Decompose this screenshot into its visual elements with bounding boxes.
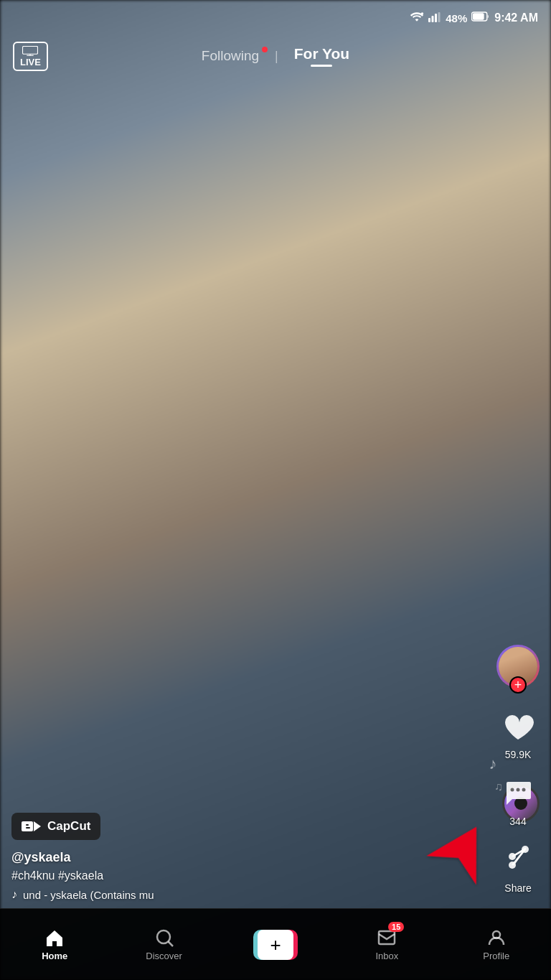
- profile-label: Profile: [483, 951, 509, 961]
- svg-marker-20: [34, 821, 41, 831]
- inbox-badge-count: 15: [388, 922, 404, 932]
- video-info-panel: CapCut @yskaela #ch4knu #yskaela ♪ und -…: [11, 813, 486, 901]
- svg-line-24: [168, 942, 173, 947]
- create-button[interactable]: +: [253, 930, 298, 960]
- svg-point-23: [157, 930, 170, 943]
- comment-button[interactable]: 344: [499, 775, 537, 827]
- nav-inbox[interactable]: 15 Inbox: [358, 923, 415, 966]
- creator-avatar[interactable]: +: [496, 645, 540, 688]
- share-icon: [499, 841, 537, 879]
- top-navigation: LIVE Following | For You: [0, 36, 551, 76]
- capcut-logo-icon: [22, 818, 42, 834]
- svg-rect-1: [428, 18, 430, 22]
- nav-tabs: Following | For You: [202, 45, 349, 67]
- svg-point-11: [517, 788, 520, 792]
- heart-icon: [499, 708, 537, 745]
- svg-rect-7: [23, 46, 38, 54]
- wifi-icon: [410, 11, 424, 24]
- following-notification-dot: [262, 47, 268, 52]
- inbox-icon-container: 15: [377, 928, 397, 948]
- svg-rect-22: [26, 827, 30, 829]
- battery-percent: 48%: [446, 12, 467, 24]
- comment-count: 344: [509, 816, 526, 827]
- svg-point-10: [511, 788, 514, 792]
- creator-username[interactable]: @yskaela: [11, 850, 486, 865]
- share-label: Share: [504, 882, 531, 894]
- signal-icon: [428, 12, 441, 24]
- inbox-label: Inbox: [375, 951, 398, 961]
- svg-rect-25: [379, 931, 395, 944]
- plus-icon: +: [270, 935, 281, 954]
- svg-rect-21: [26, 824, 29, 826]
- follow-plus-button[interactable]: +: [509, 676, 527, 694]
- nav-create[interactable]: +: [245, 925, 306, 964]
- home-label: Home: [42, 951, 67, 961]
- capcut-label: CapCut: [47, 819, 90, 834]
- live-button[interactable]: LIVE: [13, 42, 48, 71]
- svg-rect-4: [438, 12, 441, 22]
- music-note-1: ♪: [489, 755, 497, 773]
- discover-icon: [154, 928, 174, 948]
- svg-point-12: [522, 788, 526, 792]
- home-icon: [44, 928, 65, 948]
- capcut-badge[interactable]: CapCut: [11, 813, 100, 840]
- video-hashtags[interactable]: #ch4knu #yskaela: [11, 869, 486, 882]
- bottom-navigation: Home Discover + 15 Inbox: [0, 908, 551, 980]
- time-display: 9:42 AM: [494, 11, 538, 24]
- svg-rect-6: [473, 13, 484, 19]
- comment-icon: [499, 775, 537, 812]
- svg-rect-2: [432, 16, 434, 22]
- following-tab[interactable]: Following: [202, 48, 259, 64]
- live-label: LIVE: [20, 57, 41, 67]
- profile-icon: [486, 928, 507, 948]
- for-you-tab[interactable]: For You: [294, 45, 349, 67]
- svg-rect-3: [435, 14, 437, 22]
- music-info[interactable]: ♪ und - yskaela (Contains mu: [11, 888, 486, 901]
- svg-point-0: [421, 12, 423, 14]
- song-title: und - yskaela (Contains mu: [23, 889, 154, 901]
- discover-label: Discover: [146, 951, 182, 961]
- right-action-bar: + 59.9K 344: [496, 645, 540, 894]
- battery-icon: [471, 11, 490, 24]
- share-button[interactable]: Share: [499, 841, 537, 894]
- nav-home[interactable]: Home: [26, 923, 83, 966]
- nav-divider: |: [275, 49, 278, 64]
- nav-discover[interactable]: Discover: [136, 923, 193, 966]
- like-button[interactable]: 59.9K: [499, 708, 537, 760]
- svg-rect-19: [22, 821, 33, 831]
- status-bar: 48% 9:42 AM: [0, 0, 551, 36]
- nav-profile[interactable]: Profile: [468, 923, 525, 966]
- like-count: 59.9K: [505, 749, 532, 760]
- music-note-icon: ♪: [11, 888, 17, 901]
